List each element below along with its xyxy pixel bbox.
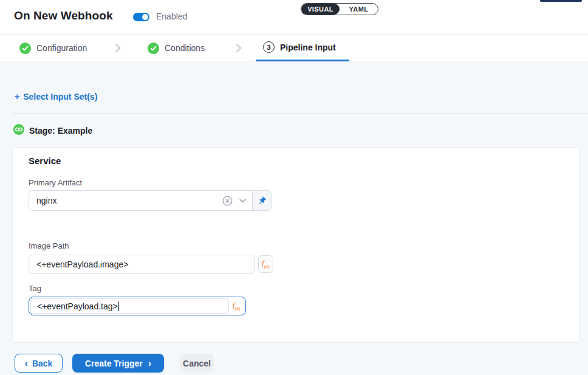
step-label: Configuration <box>36 43 87 53</box>
back-button[interactable]: ‹ Back <box>15 354 63 373</box>
create-trigger-button[interactable]: Create Trigger › <box>72 354 164 373</box>
step-configuration[interactable]: Configuration <box>19 35 87 61</box>
pin-button[interactable] <box>252 191 271 210</box>
chevron-left-icon: ‹ <box>25 359 28 368</box>
clear-icon[interactable] <box>222 196 233 206</box>
service-card: Service Primary Artifact Image Path f(x) <box>12 147 579 343</box>
chevron-right-icon <box>234 43 243 55</box>
step-label: Pipeline Input <box>280 43 336 52</box>
top-right-accent-bar <box>540 0 582 2</box>
stage-label: Stage: Example <box>29 126 92 136</box>
cd-stage-icon <box>13 124 24 137</box>
chevron-down-icon[interactable] <box>239 198 247 204</box>
wizard-stepper: Configuration Conditions 3 Pipeline Inpu… <box>0 35 588 61</box>
toggle-knob <box>142 14 148 20</box>
step-number-badge: 3 <box>263 41 275 53</box>
tab-visual[interactable]: VISUAL <box>301 4 340 15</box>
page-title: On New Webhook <box>14 9 113 22</box>
image-path-input[interactable] <box>29 255 255 274</box>
tag-input[interactable]: <+eventPayload.tag> <box>30 298 229 314</box>
text-caret <box>118 301 120 311</box>
step-label: Conditions <box>165 43 205 53</box>
cancel-button[interactable]: Cancel <box>180 354 214 373</box>
expression-button[interactable]: f(x) <box>229 301 244 311</box>
check-circle-icon <box>148 43 159 54</box>
footer-actions: ‹ Back Create Trigger › Cancel <box>15 354 588 373</box>
primary-artifact-field <box>29 190 272 211</box>
expression-icon: f(x) <box>262 259 270 269</box>
enabled-toggle[interactable] <box>133 13 149 21</box>
primary-artifact-input[interactable] <box>29 191 222 210</box>
check-circle-icon <box>19 43 31 54</box>
plus-icon: + <box>15 92 19 101</box>
visual-yaml-toggle: VISUAL YAML <box>301 3 378 15</box>
tab-yaml[interactable]: YAML <box>340 4 378 15</box>
tag-label: Tag <box>29 284 563 293</box>
image-path-field: f(x) <box>29 255 563 274</box>
stage-header: Stage: Example <box>13 124 588 137</box>
step-pipeline-input[interactable]: 3 Pipeline Input <box>256 35 349 61</box>
page-header: On New Webhook Enabled VISUAL YAML <box>0 0 588 35</box>
chevron-right-icon: › <box>148 359 151 368</box>
enabled-label: Enabled <box>156 12 187 21</box>
pin-icon <box>258 196 267 205</box>
chevron-right-icon <box>114 43 122 55</box>
select-input-sets-link[interactable]: + Select Input Set(s) <box>15 92 97 101</box>
section-divider <box>12 113 588 114</box>
expression-button[interactable]: f(x) <box>258 255 273 273</box>
expression-icon: f(x) <box>233 301 241 311</box>
select-input-sets-label: Select Input Set(s) <box>23 92 97 101</box>
service-section-title: Service <box>29 156 563 166</box>
step-conditions[interactable]: Conditions <box>148 35 205 61</box>
image-path-label: Image Path <box>29 241 563 250</box>
primary-artifact-label: Primary Artifact <box>29 178 563 187</box>
pipeline-input-panel: + Select Input Set(s) Stage: Example Ser… <box>0 61 588 373</box>
tag-value: <+eventPayload.tag> <box>37 301 118 311</box>
tag-field-focused: <+eventPayload.tag> f(x) <box>29 297 246 315</box>
